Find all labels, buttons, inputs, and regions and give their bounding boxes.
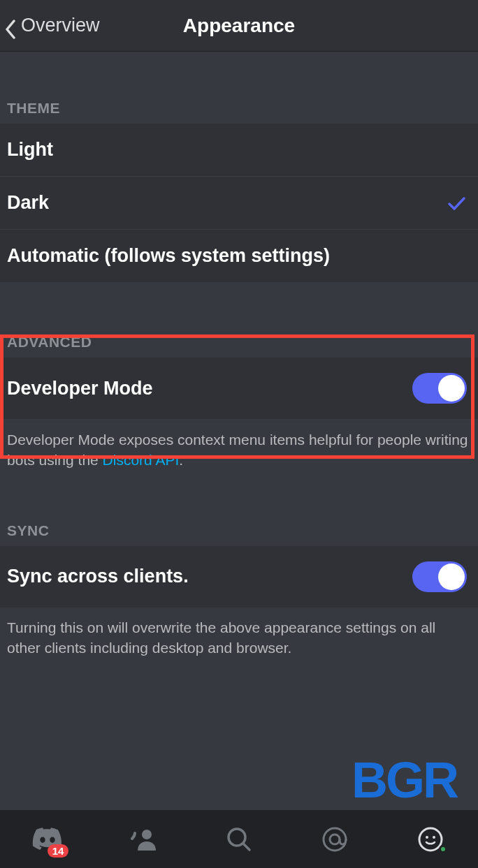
svg-point-6	[426, 836, 428, 839]
theme-option-label: Automatic (follows system settings)	[7, 245, 330, 267]
sync-row[interactable]: Sync across clients.	[0, 546, 478, 608]
spacer	[0, 52, 478, 90]
tab-mentions[interactable]	[314, 818, 356, 860]
theme-option-label: Light	[7, 139, 53, 161]
gap	[0, 471, 478, 513]
toggle-knob	[438, 564, 465, 590]
svg-point-0	[142, 830, 152, 839]
desc-text: Developer Mode exposes context menu item…	[7, 432, 468, 468]
developer-mode-label: Developer Mode	[7, 378, 153, 399]
page-title: Appearance	[183, 15, 295, 37]
status-online-dot	[439, 845, 447, 853]
content-scroll: THEME Light Dark Automatic (follows syst…	[0, 52, 478, 810]
toggle-knob	[438, 375, 465, 402]
header: Overview Appearance	[0, 0, 478, 52]
back-button[interactable]: Overview	[0, 15, 100, 36]
svg-point-7	[433, 836, 435, 839]
check-icon	[446, 193, 467, 214]
tab-bar: 14	[0, 810, 478, 868]
theme-option-dark[interactable]: Dark	[0, 177, 478, 230]
theme-option-label: Dark	[7, 192, 49, 214]
notification-badge: 14	[48, 844, 69, 858]
tab-home[interactable]: 14	[27, 818, 68, 860]
discord-api-link[interactable]: Discord API	[103, 452, 180, 468]
developer-mode-row[interactable]: Developer Mode	[0, 358, 478, 420]
mention-icon	[321, 825, 349, 853]
developer-mode-toggle[interactable]	[412, 373, 467, 404]
sync-label: Sync across clients.	[7, 566, 189, 587]
section-header-theme: THEME	[0, 90, 478, 124]
tab-profile[interactable]	[410, 818, 451, 860]
svg-line-2	[243, 844, 249, 850]
gap	[0, 282, 478, 324]
watermark: BGR	[352, 751, 457, 809]
sync-description: Turning this on will overwrite the above…	[0, 608, 478, 659]
svg-point-5	[419, 828, 442, 851]
theme-option-light[interactable]: Light	[0, 124, 478, 177]
friends-icon	[129, 827, 157, 851]
svg-point-3	[324, 828, 346, 851]
back-label: Overview	[21, 15, 100, 36]
tab-friends[interactable]	[122, 818, 164, 860]
developer-mode-description: Developer Mode exposes context menu item…	[0, 420, 478, 471]
section-header-advanced: ADVANCED	[0, 324, 478, 358]
tab-search[interactable]	[218, 818, 260, 860]
theme-option-automatic[interactable]: Automatic (follows system settings)	[0, 230, 478, 282]
search-icon	[226, 826, 252, 853]
svg-point-4	[330, 834, 340, 844]
section-header-sync: SYNC	[0, 513, 478, 546]
desc-suffix: .	[179, 452, 183, 468]
chevron-left-icon	[4, 20, 17, 32]
sync-toggle[interactable]	[412, 561, 467, 592]
